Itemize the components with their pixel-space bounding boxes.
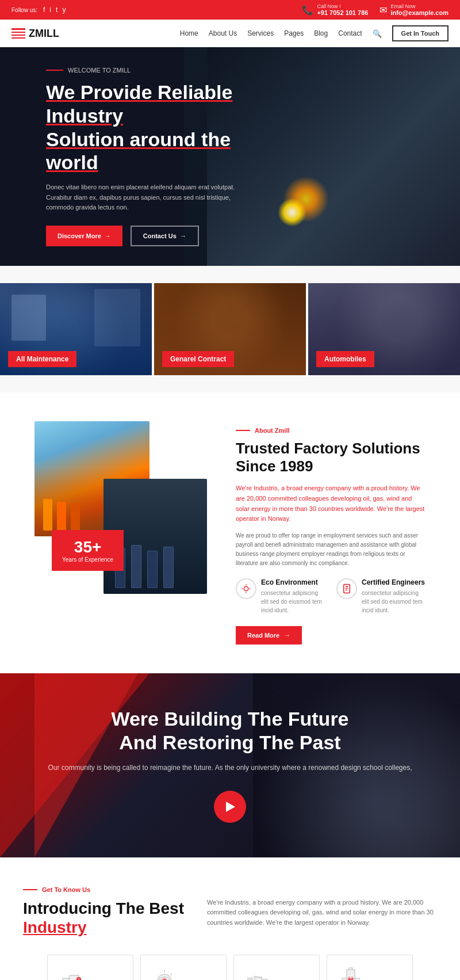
phone-icon: 📞 (302, 5, 313, 16)
industry-header-left: Get To Know Us Introducing The Best Indu… (23, 886, 184, 937)
contact-us-button[interactable]: Contact Us → (131, 226, 199, 246)
service-label-1: All Maintenance (8, 351, 76, 367)
about-label-text: About Zmill (255, 427, 290, 434)
industry-title: Introducing The Best Industry (23, 899, 184, 937)
industry-title-line1: Introducing The Best (23, 899, 184, 917)
svg-rect-11 (255, 977, 262, 980)
about-section: 35+ Years of Experience About Zmill Trus… (0, 392, 460, 673)
hero-welcome-text: WELCOME TO ZMILL (68, 67, 131, 74)
banner-title-line1: Were Building The Future (111, 708, 348, 730)
services-row: All Maintenance Genarel Contract Automob… (0, 266, 460, 392)
nav-about[interactable]: About Us (209, 29, 237, 37)
about-features: Eco Environment consectetur adipiscing e… (236, 578, 425, 615)
nav-home[interactable]: Home (180, 29, 198, 37)
about-images: 35+ Years of Experience (34, 421, 218, 594)
engineers-feature-content: Certified Engineers consectetur adipisci… (362, 578, 425, 615)
email-value: info@example.com (390, 9, 448, 16)
about-desc: We are proud to offer top range in emplo… (236, 531, 425, 568)
call-label: Call Now ! (317, 3, 368, 9)
logo: ZMILL (12, 28, 59, 40)
service-card-maintenance[interactable]: All Maintenance (0, 283, 152, 375)
hero-title-line2: Solution around the world (46, 128, 231, 174)
banner-section: Were Building The Future And Restoring T… (0, 673, 460, 857)
twitter-icon[interactable]: t (56, 6, 57, 14)
search-icon[interactable]: 🔍 (373, 29, 382, 38)
hero-title-line1: We Provide Reliable Industry (46, 81, 232, 127)
logo-text: ZMILL (29, 28, 59, 40)
email-contact: ✉ Email Now info@example.com (379, 3, 448, 16)
industry-card-oil-gas: Oli & Gas Production Seamlessly visualiz… (327, 955, 413, 980)
top-bar: Follow us: f i t y 📞 Call Now ! +91 7052… (0, 0, 460, 20)
play-button[interactable] (214, 791, 246, 823)
about-badge-text: Years of Experience (62, 556, 113, 563)
social-icons: f i t y (43, 6, 66, 14)
service-label-2: Genarel Contract (162, 351, 234, 367)
hero-welcome-line (46, 70, 63, 71)
industry-cards: Industry Construction Seamlessly visuali… (47, 955, 413, 980)
svg-point-0 (244, 586, 248, 591)
engineers-icon (336, 578, 357, 599)
hero-title: We Provide Reliable Industry Solution ar… (46, 81, 253, 174)
about-title: Trusted Factory Solutions Since 1989 (236, 440, 425, 475)
discover-more-button[interactable]: Discover More → (46, 226, 122, 246)
industry-card-manufacture: Material Manufacture Seamlessly visualiz… (233, 955, 320, 980)
about-badge: 35+ Years of Experience (52, 530, 124, 571)
eco-icon (236, 578, 256, 599)
engineers-feature-desc: consectetur adipiscing elit sed do eiusm… (362, 589, 425, 615)
instagram-icon[interactable]: i (49, 6, 51, 14)
about-section-label: About Zmill (236, 427, 425, 434)
service-card-contract[interactable]: Genarel Contract (154, 283, 306, 375)
about-feature-engineers: Certified Engineers consectetur adipisci… (336, 578, 425, 615)
arrow-icon: → (180, 232, 186, 239)
industry-card-construction: Industry Construction Seamlessly visuali… (47, 955, 133, 980)
facebook-icon[interactable]: f (43, 6, 45, 14)
social-section: Follow us: f i t y (12, 6, 66, 14)
chemical-icon (150, 967, 179, 980)
about-desc-red: We're Industris, a broad energy company … (236, 483, 425, 524)
industry-header: Get To Know Us Introducing The Best Indu… (23, 886, 437, 937)
industry-header-right: We're Industris, a broad energy company … (207, 886, 437, 928)
nav-pages[interactable]: Pages (284, 29, 304, 37)
nav-blog[interactable]: Blog (314, 29, 328, 37)
eco-feature-content: Eco Environment consectetur adipiscing e… (261, 578, 325, 615)
banner-description: Our community is being called to reimagi… (48, 762, 412, 773)
eco-feature-title: Eco Environment (261, 578, 325, 586)
banner-content: Were Building The Future And Restoring T… (2, 707, 458, 823)
industry-description: We're Industris, a broad energy company … (207, 898, 437, 928)
section-label-line (236, 430, 250, 431)
youtube-icon[interactable]: y (62, 6, 66, 14)
industry-card-chemical: Chemical Resarches Seamlessly visualize … (140, 955, 227, 980)
logo-icon (12, 28, 25, 39)
industry-label-text: Get To Know Us (42, 886, 90, 893)
oil-gas-icon (336, 967, 365, 980)
email-label: Email Now (390, 3, 448, 9)
nav-links: Home About Us Services Pages Blog Contac… (180, 25, 448, 41)
hero-section: WELCOME TO ZMILL We Provide Reliable Ind… (0, 47, 460, 266)
get-in-touch-button[interactable]: Get In Touch (392, 25, 448, 41)
construction-icon (57, 967, 86, 980)
about-read-more-button[interactable]: Read More → (236, 626, 302, 645)
industry-title-red: Industry (23, 918, 86, 936)
engineers-feature-title: Certified Engineers (362, 578, 425, 586)
about-badge-number: 35+ (62, 538, 113, 556)
banner-title-line2: And Restoring The Past (119, 731, 340, 753)
nav-services[interactable]: Services (247, 29, 274, 37)
email-icon: ✉ (379, 5, 387, 16)
about-feature-eco: Eco Environment consectetur adipiscing e… (236, 578, 325, 615)
eco-feature-desc: consectetur adipiscing elit sed do eiusm… (261, 589, 325, 615)
hero-buttons: Discover More → Contact Us → (46, 226, 253, 246)
service-card-automobiles[interactable]: Automobiles (308, 283, 460, 375)
arrow-icon: → (284, 632, 290, 639)
banner-title: Were Building The Future And Restoring T… (48, 707, 412, 754)
section-label-line (23, 889, 37, 890)
arrow-icon: → (105, 232, 111, 239)
follow-label: Follow us: (12, 7, 37, 13)
phone-contact: 📞 Call Now ! +91 7052 101 786 (302, 3, 368, 16)
service-label-3: Automobiles (316, 351, 374, 367)
manufacture-icon (243, 967, 272, 980)
play-icon (226, 802, 235, 812)
industry-section-label: Get To Know Us (23, 886, 184, 893)
nav-contact[interactable]: Contact (338, 29, 362, 37)
industry-section: Get To Know Us Introducing The Best Indu… (0, 857, 460, 980)
about-title-line2: Since 1989 (236, 457, 313, 475)
